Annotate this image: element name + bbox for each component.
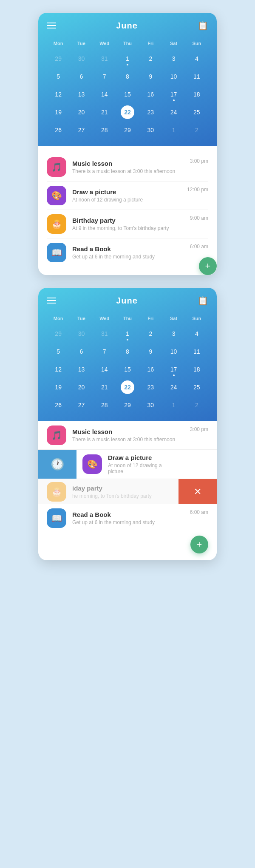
calendar-icon-btn-1[interactable]: 📋 [198,20,208,31]
music-icon-2: 🎵 [47,425,66,445]
cal-cell[interactable]: 30 [139,122,162,138]
add-event-fab-2[interactable]: + [190,536,208,553]
cal-cell[interactable]: 20 [70,105,93,120]
cal-cell[interactable]: 1 [116,326,139,341]
day-fri-2: Fri [139,314,162,323]
cal-cell[interactable]: 23 [139,105,162,120]
cal-cell[interactable]: 7 [93,69,116,84]
cal-cell[interactable]: 13 [70,87,93,102]
event-time: 3:00 pm [190,158,208,164]
cal-cell[interactable]: 22 [116,380,139,395]
cal-cell[interactable]: 8 [116,344,139,359]
delete-action[interactable]: ✕ [178,479,217,504]
day-tue-2: Tue [70,314,93,323]
day-wed-2: Wed [93,314,116,323]
birthday-title-2: iday party [72,485,184,492]
cal-cell[interactable]: 16 [139,87,162,102]
book-desc-2: Get up at 6 in the morning and study [72,519,184,525]
cal-cell[interactable]: 6 [70,344,93,359]
cal-cell[interactable]: 9 [139,344,162,359]
cal-cell[interactable]: 11 [185,69,208,84]
day-mon-2: Mon [47,314,70,323]
cal-cell[interactable]: 7 [93,344,116,359]
event-icon: 🎨 [47,186,66,205]
day-sun-2: Sun [185,314,208,323]
cal-cell[interactable]: 9 [139,69,162,84]
cal-cell[interactable]: 2 [139,326,162,341]
swipe-left-clock[interactable]: 🕐 [38,450,76,479]
cal-cell[interactable]: 21 [93,380,116,395]
calendar-icon-btn-2[interactable]: 📋 [198,295,208,306]
cal-cell[interactable]: 2 [139,51,162,66]
hamburger-icon[interactable] [47,23,56,28]
cal-cell[interactable]: 30 [139,397,162,413]
cal-cell[interactable]: 29 [47,326,70,341]
cal-cell[interactable]: 4 [185,326,208,341]
cal-cell[interactable]: 1 [162,122,185,138]
cal-cell[interactable]: 8 [116,69,139,84]
cal-cell[interactable]: 18 [185,87,208,102]
cal-cell[interactable]: 30 [70,51,93,66]
day-sat: Sat [162,39,185,48]
cal-cell[interactable]: 25 [185,380,208,395]
cal-cell[interactable]: 4 [185,51,208,66]
event-item: 🎵 Music lesson There is a music lesson a… [47,153,208,181]
cal-cell[interactable]: 29 [116,397,139,413]
cal-cell[interactable]: 28 [93,397,116,413]
event-desc: At 9 in the morning, to Tom's birthday p… [72,225,184,231]
cal-cell[interactable]: 10 [162,69,185,84]
cal-cell[interactable]: 1 [162,397,185,413]
calendar-grid-2: 2930311234567891011121314151617181920212… [47,326,208,413]
cal-cell[interactable]: 18 [185,362,208,377]
cal-cell[interactable]: 3 [162,326,185,341]
cal-cell[interactable]: 12 [47,87,70,102]
cal-cell[interactable]: 15 [116,362,139,377]
cal-cell[interactable]: 13 [70,362,93,377]
cal-cell[interactable]: 14 [93,87,116,102]
hamburger-icon-2[interactable] [47,298,56,304]
cal-cell[interactable]: 21 [93,105,116,120]
cal-cell[interactable]: 27 [70,122,93,138]
cal-cell[interactable]: 2 [185,397,208,413]
calendar-grid-1: 2930311234567891011121314151617181920212… [47,51,208,138]
cal-cell[interactable]: 29 [116,122,139,138]
cal-cell[interactable]: 19 [47,105,70,120]
birthday-desc-2: he morning, to Tom's birthday party [72,493,184,499]
cal-cell[interactable]: 26 [47,397,70,413]
cal-cell[interactable]: 2 [185,122,208,138]
event-item: 📖 Read a Book Get up at 6 in the morning… [47,238,208,267]
cal-cell[interactable]: 15 [116,87,139,102]
cal-cell[interactable]: 24 [162,105,185,120]
cal-cell[interactable]: 31 [93,326,116,341]
add-event-fab-1[interactable]: + [199,257,217,275]
cal-cell[interactable]: 26 [47,122,70,138]
cal-cell[interactable]: 16 [139,362,162,377]
cal-cell[interactable]: 19 [47,380,70,395]
cal-cell[interactable]: 31 [93,51,116,66]
cal-cell[interactable]: 25 [185,105,208,120]
cal-cell[interactable]: 6 [70,69,93,84]
cal-cell[interactable]: 20 [70,380,93,395]
cal-cell[interactable]: 17 [162,87,185,102]
cal-cell[interactable]: 5 [47,344,70,359]
cal-cell[interactable]: 29 [47,51,70,66]
cal-cell[interactable]: 3 [162,51,185,66]
cal-cell[interactable]: 12 [47,362,70,377]
cal-cell[interactable]: 10 [162,344,185,359]
event-icon: 🎵 [47,157,66,177]
cal-cell[interactable]: 14 [93,362,116,377]
cal-cell[interactable]: 30 [70,326,93,341]
cal-cell[interactable]: 5 [47,69,70,84]
cal-cell[interactable]: 17 [162,362,185,377]
music-desc-2: There is a music lesson at 3:00 this aft… [72,437,184,443]
cal-cell[interactable]: 28 [93,122,116,138]
day-sat-2: Sat [162,314,185,323]
cal-cell[interactable]: 24 [162,380,185,395]
cal-cell[interactable]: 27 [70,397,93,413]
cal-cell[interactable]: 1 [116,51,139,66]
cal-cell[interactable]: 22 [116,105,139,120]
events-list-2: 🎵 Music lesson There is a music lesson a… [38,421,217,553]
cal-cell[interactable]: 11 [185,344,208,359]
calendar-card-2: June 📋 Mon Tue Wed Thu Fri Sat Sun 29303… [38,288,217,560]
cal-cell[interactable]: 23 [139,380,162,395]
